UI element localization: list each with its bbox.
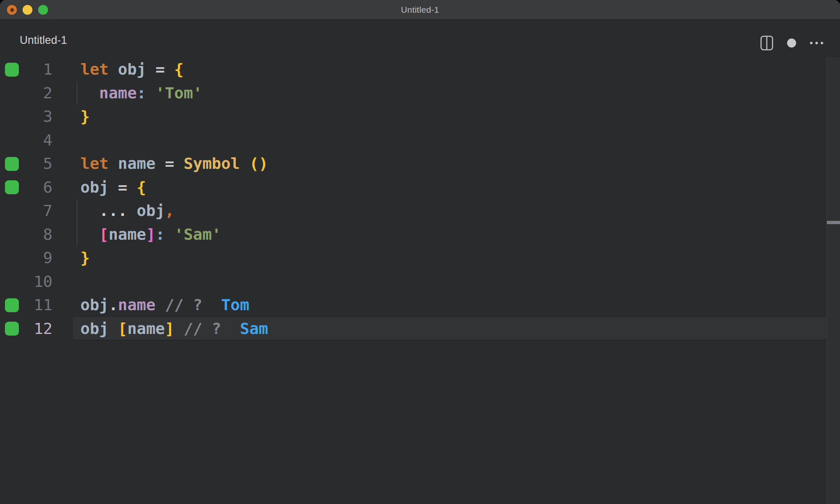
token-pl [221, 320, 240, 338]
token-vr: name [127, 320, 165, 338]
gutter [0, 199, 24, 223]
change-marker-icon [5, 322, 19, 336]
code-line[interactable]: 2 name: 'Tom' [0, 82, 840, 105]
token-op: = [155, 60, 165, 78]
token-pl [165, 60, 174, 78]
split-editor-icon[interactable] [760, 36, 773, 50]
unsaved-indicator-icon[interactable] [787, 39, 796, 48]
code-text[interactable]: name: 'Tom' [73, 82, 840, 105]
code-text[interactable]: obj [name] // ? Sam [73, 317, 840, 341]
code-line[interactable]: 1let obj = { [0, 58, 840, 82]
token-b1: ] [165, 320, 174, 338]
token-pl [109, 154, 118, 173]
gutter-spacer [52, 58, 73, 82]
traffic-lights [7, 5, 48, 15]
gutter-spacer [52, 199, 73, 223]
code-lines: 1let obj = {2 name: 'Tom'3}45let name = … [0, 58, 840, 341]
line-number: 10 [24, 270, 52, 294]
token-b1: { [174, 60, 184, 78]
gutter [0, 105, 24, 129]
token-pl [202, 296, 221, 314]
more-actions-icon[interactable] [810, 42, 823, 44]
code-line[interactable]: 7 ... obj, [0, 199, 840, 223]
token-kw: let [80, 154, 109, 173]
gutter-spacer [52, 105, 73, 129]
maximize-button[interactable] [38, 5, 48, 15]
gutter-spacer [52, 270, 73, 294]
code-text[interactable] [73, 270, 840, 294]
code-text[interactable]: [name]: 'Sam' [73, 223, 840, 247]
line-number: 5 [24, 152, 52, 176]
close-button[interactable] [7, 5, 17, 15]
window-title: Untitled-1 [401, 5, 439, 15]
code-text[interactable]: ... obj, [73, 199, 840, 223]
token-b2: [ [99, 225, 109, 243]
token-pl [127, 178, 137, 196]
token-st: 'Sam' [174, 225, 221, 243]
code-line[interactable]: 10 [0, 270, 840, 294]
token-b1: { [137, 178, 146, 196]
code-line[interactable]: 11obj.name // ? Tom [0, 293, 840, 317]
token-pl [155, 154, 165, 173]
overview-ruler[interactable] [826, 58, 840, 504]
code-line[interactable]: 5let name = Symbol () [0, 152, 840, 176]
unsaved-dot-icon [10, 8, 14, 12]
code-line[interactable]: 12obj [name] // ? Sam [0, 317, 840, 341]
gutter [0, 176, 24, 200]
code-text[interactable]: let name = Symbol () [73, 152, 840, 176]
code-text[interactable] [73, 129, 840, 152]
change-marker-icon [5, 298, 19, 312]
code-text[interactable]: obj.name // ? Tom [73, 293, 840, 317]
line-number: 1 [24, 58, 52, 82]
line-number: 9 [24, 246, 52, 270]
code-line[interactable]: 8 [name]: 'Sam' [0, 223, 840, 247]
gutter [0, 82, 24, 105]
token-ot: Tom [221, 296, 249, 314]
token-pl [240, 154, 249, 173]
token-op: = [118, 178, 128, 196]
line-number: 6 [24, 176, 52, 200]
line-number: 11 [24, 293, 52, 317]
token-b1: } [80, 107, 90, 125]
change-marker-icon [5, 180, 19, 194]
code-editor[interactable]: 1let obj = {2 name: 'Tom'3}45let name = … [0, 58, 840, 341]
token-pr: name [118, 296, 156, 314]
overview-ruler-marker [827, 221, 840, 224]
gutter [0, 152, 24, 176]
token-pl [146, 60, 155, 78]
code-text[interactable]: obj = { [73, 176, 840, 200]
token-pl [80, 202, 99, 220]
line-number: 12 [24, 317, 52, 341]
code-text[interactable]: } [73, 246, 840, 270]
token-vr: obj [80, 320, 109, 338]
gutter [0, 223, 24, 247]
code-line[interactable]: 9} [0, 246, 840, 270]
gutter [0, 293, 24, 317]
token-pl [127, 202, 137, 220]
tab-untitled-1[interactable]: Untitled-1 [20, 31, 67, 47]
token-co: // ? [184, 320, 221, 338]
indent-guide [77, 199, 78, 223]
token-sp: ... [99, 202, 128, 220]
gutter-spacer [52, 246, 73, 270]
token-pl [109, 178, 118, 196]
code-line[interactable]: 4 [0, 129, 840, 152]
gutter [0, 317, 24, 341]
token-pl [174, 320, 184, 338]
token-b1: () [249, 154, 268, 173]
minimize-button[interactable] [23, 5, 32, 15]
code-line[interactable]: 6obj = { [0, 176, 840, 200]
gutter-spacer [52, 293, 73, 317]
token-cm: , [165, 202, 174, 220]
code-text[interactable]: let obj = { [73, 58, 840, 82]
gutter [0, 246, 24, 270]
token-vr: name [109, 225, 146, 243]
token-pr: name [99, 84, 137, 102]
token-kw: let [80, 60, 109, 78]
line-number: 7 [24, 199, 52, 223]
token-co: // ? [165, 296, 203, 314]
token-pl [109, 320, 118, 338]
indent-guide [77, 223, 78, 247]
code-text[interactable]: } [73, 105, 840, 129]
code-line[interactable]: 3} [0, 105, 840, 129]
